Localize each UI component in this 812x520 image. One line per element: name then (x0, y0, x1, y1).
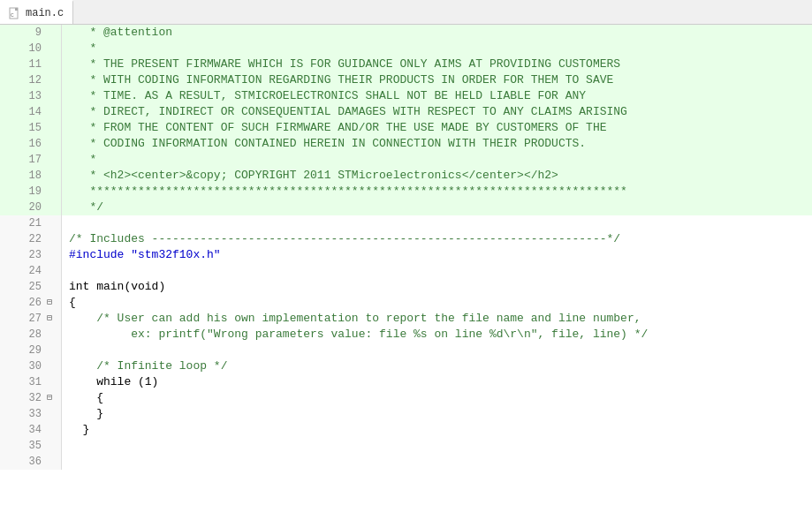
comment-segment: * WITH CODING INFORMATION REGARDING THEI… (69, 73, 613, 87)
comment-segment: * DIRECT, INDIRECT OR CONSEQUENTIAL DAMA… (69, 105, 627, 118)
table-row: 30 /* Infinite loop */ (0, 358, 812, 374)
fold-indicator (43, 26, 56, 39)
code-content (62, 438, 812, 454)
line-number: 19 (15, 184, 42, 200)
preprocessor-segment: #include "stm32f10x.h" (69, 248, 221, 261)
line-number: 25 (15, 279, 42, 295)
code-content: int main(void) (62, 279, 812, 295)
table-row: 23 #include "stm32f10x.h" (0, 247, 812, 263)
line-gutter: 21 (0, 215, 62, 231)
fold-indicator (43, 42, 56, 55)
fold-indicator (43, 122, 56, 134)
table-row: 14 * DIRECT, INDIRECT OR CONSEQUENTIAL D… (0, 104, 812, 120)
code-content: { (62, 390, 812, 406)
table-row: 25 int main(void) (0, 279, 812, 295)
fold-indicator (43, 440, 56, 452)
line-number: 35 (15, 438, 42, 454)
table-row: 11 * THE PRESENT FIRMWARE WHICH IS FOR G… (0, 57, 812, 72)
comment-segment: * CODING INFORMATION CONTAINED HEREIN IN… (69, 137, 586, 150)
code-content: * WITH CODING INFORMATION REGARDING THEI… (62, 72, 812, 88)
table-row: 26⊟{ (0, 295, 812, 311)
line-gutter: 16 (0, 136, 62, 152)
code-content: * TIME. AS A RESULT, STMICROELECTRONICS … (62, 88, 812, 104)
fold-indicator (43, 360, 56, 373)
line-number: 28 (15, 327, 42, 343)
line-number: 13 (15, 88, 42, 104)
code-content: */ (62, 200, 812, 215)
line-gutter: 20 (0, 200, 62, 215)
code-content: * DIRECT, INDIRECT OR CONSEQUENTIAL DAMA… (62, 104, 812, 120)
line-number: 33 (15, 406, 42, 422)
table-row: 29 (0, 343, 812, 358)
normal-segment: { (69, 391, 103, 404)
normal-segment: } (69, 423, 89, 436)
table-row: 12 * WITH CODING INFORMATION REGARDING T… (0, 72, 812, 88)
table-row: 19 *************************************… (0, 184, 812, 200)
fold-indicator (43, 138, 56, 150)
tab-bar: C main.c (0, 0, 812, 25)
fold-indicator (43, 281, 56, 293)
comment-segment: * (69, 153, 96, 166)
line-gutter: 29 (0, 343, 62, 358)
fold-indicator[interactable]: ⊟ (43, 392, 56, 404)
comment-segment: /* User can add his own implementation t… (69, 312, 641, 325)
code-body: 9 * @attention10 *11 * THE PRESENT FIRMW… (0, 25, 812, 470)
line-gutter: 25 (0, 279, 62, 295)
code-content: * THE PRESENT FIRMWARE WHICH IS FOR GUID… (62, 57, 812, 72)
fold-indicator (43, 328, 56, 341)
comment-segment: ****************************************… (69, 185, 627, 198)
normal-segment: int main(void) (69, 280, 165, 293)
file-c-icon: C (9, 7, 21, 19)
table-row: 24 (0, 263, 812, 279)
code-content: while (1) (62, 374, 812, 390)
line-number: 26 (15, 295, 42, 311)
line-number: 18 (15, 168, 42, 184)
line-number: 9 (15, 25, 42, 41)
line-number: 14 (15, 104, 42, 120)
code-content: ****************************************… (62, 184, 812, 200)
table-row: 36 (0, 454, 812, 470)
normal-segment: while (1) (69, 375, 158, 388)
line-gutter: 13 (0, 88, 62, 104)
line-number: 34 (15, 422, 42, 438)
line-number: 17 (15, 152, 42, 168)
line-gutter: 11 (0, 57, 62, 72)
fold-indicator (43, 456, 56, 468)
table-row: 27⊟ /* User can add his own implementati… (0, 311, 812, 327)
table-row: 18 * <h2><center>&copy; COPYRIGHT 2011 S… (0, 168, 812, 184)
normal-segment: } (69, 407, 103, 420)
line-gutter: 36 (0, 454, 62, 470)
code-content (62, 215, 812, 231)
table-row: 34 } (0, 422, 812, 438)
table-row: 20 */ (0, 200, 812, 215)
line-gutter: 9 (0, 25, 62, 41)
fold-indicator (43, 106, 56, 118)
fold-indicator (43, 154, 56, 166)
line-gutter: 22 (0, 231, 62, 247)
table-row: 28 ex: printf("Wrong parameters value: f… (0, 327, 812, 343)
code-content: ex: printf("Wrong parameters value: file… (62, 327, 812, 343)
line-number: 15 (15, 120, 42, 136)
table-row: 10 * (0, 41, 812, 57)
fold-indicator[interactable]: ⊟ (43, 313, 56, 325)
code-content: * (62, 152, 812, 168)
line-gutter: 28 (0, 327, 62, 343)
line-gutter: 14 (0, 104, 62, 120)
comment-segment: * THE PRESENT FIRMWARE WHICH IS FOR GUID… (69, 57, 620, 71)
table-row: 13 * TIME. AS A RESULT, STMICROELECTRONI… (0, 88, 812, 104)
normal-segment: { (69, 296, 76, 309)
code-content: { (62, 295, 812, 311)
tab-main-c[interactable]: C main.c (0, 0, 73, 24)
code-content: /* User can add his own implementation t… (62, 311, 812, 327)
comment-segment: * @attention (69, 26, 172, 39)
fold-indicator (43, 74, 56, 87)
svg-rect-1 (15, 8, 18, 11)
fold-indicator[interactable]: ⊟ (43, 297, 56, 309)
table-row: 35 (0, 438, 812, 454)
line-gutter: 31 (0, 374, 62, 390)
line-gutter: 35 (0, 438, 62, 454)
fold-indicator (43, 249, 56, 261)
code-content (62, 343, 812, 358)
table-row: 9 * @attention (0, 25, 812, 41)
table-row: 22 /* Includes -------------------------… (0, 231, 812, 247)
